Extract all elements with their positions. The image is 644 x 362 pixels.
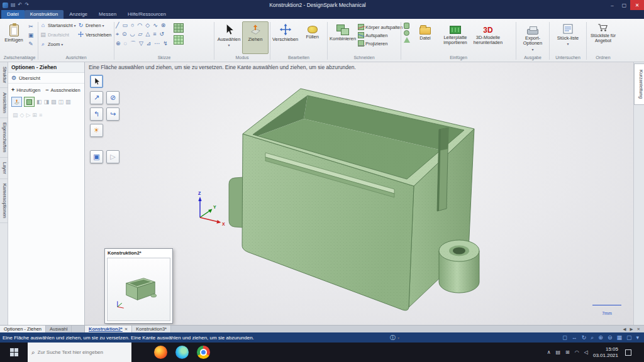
pan-status-icon[interactable]: ↔ — [572, 334, 577, 341]
grid-icon[interactable]: ▦ — [616, 334, 622, 341]
left-mount-lug[interactable] — [229, 177, 243, 228]
tab-anzeige[interactable]: Anzeige — [64, 10, 93, 19]
bom-button[interactable]: Stück-liste ▾ — [551, 21, 585, 54]
cut-icon[interactable]: ✂ — [26, 23, 35, 30]
mount-cylinder[interactable] — [439, 240, 479, 293]
tray-network-icon[interactable]: ◠ — [575, 349, 579, 355]
tab-scroll-left-icon[interactable]: ◀ — [623, 327, 626, 332]
chrome-icon[interactable] — [197, 346, 210, 359]
cursor-tool-button[interactable] — [90, 75, 103, 88]
format-brush-icon[interactable]: ✎ — [26, 40, 35, 48]
add-option[interactable]: + Hinzufügen — [11, 87, 40, 93]
select-mode-button[interactable]: Auswählen ▾ — [216, 21, 242, 54]
sketch-tools-row-2[interactable]: ⌖⊙◡▱△≡↺ — [116, 31, 171, 38]
pull-tool-options-secondary[interactable]: ▤◇▷⊞≡ — [13, 112, 44, 118]
tray-app-icon[interactable]: ▤ — [556, 349, 561, 355]
tray-volume-icon[interactable]: ◁ — [584, 349, 588, 355]
undo-icon[interactable]: ↶ — [18, 3, 23, 8]
corner-pull-tool-button[interactable]: ↰ — [90, 107, 103, 121]
zoom-button[interactable]: ⌕ Zoom ▾ — [40, 41, 76, 48]
info-caret-icon[interactable]: ▾ — [397, 336, 399, 340]
ruler-tool-button[interactable]: ▣ — [90, 150, 103, 163]
minimize-button[interactable]: – — [606, 0, 618, 10]
info-icon[interactable]: ⓘ — [390, 334, 396, 342]
tab-scroll-right-icon[interactable]: ▶ — [630, 327, 633, 332]
firefox-icon[interactable] — [154, 346, 167, 359]
tab-datei[interactable]: Datei — [1, 10, 25, 19]
fill-button[interactable]: Füllen — [299, 21, 326, 54]
sketch-tools-row-1[interactable]: ╱▭○◠◇∿⊗ — [116, 22, 171, 29]
thumbnail-window[interactable]: Konstruktion2* — [104, 248, 173, 324]
maximize-button[interactable]: ▢ — [618, 0, 630, 10]
options-panel-tab[interactable]: Optionen - Ziehen — [0, 326, 46, 332]
sweep-tool-button[interactable]: ↪ — [106, 107, 119, 121]
pull-face-tool-button[interactable] — [24, 97, 35, 107]
cone-icon[interactable] — [404, 37, 410, 43]
selection-panel-tab[interactable]: Auswahl — [46, 326, 72, 332]
bom-quote-button[interactable]: Stückliste für Angebot — [588, 21, 618, 54]
more-options-icon[interactable]: ▾ — [636, 334, 639, 341]
thumbnail-view[interactable] — [107, 258, 170, 321]
tab-hilfe-ressourcen[interactable]: Hilfe/Ressourcen — [122, 10, 172, 19]
pan-button[interactable]: Verschieben — [77, 31, 113, 38]
export-options-button[interactable]: Export-Optionen ▾ — [518, 21, 548, 54]
sketch-grid-button[interactable] — [174, 23, 184, 33]
pull-tool-options[interactable]: ◧◨▨◫▥ — [36, 99, 73, 105]
direction-tool-button[interactable]: ↗ — [90, 91, 103, 104]
overview-row[interactable]: ⚙ Übersicht — [8, 73, 84, 84]
copy-icon[interactable]: ▣ — [26, 31, 35, 39]
cut-option[interactable]: − Ausschneiden — [45, 87, 80, 93]
viewport-3d[interactable]: Eine Fläche auswählen und ziehen, um sie… — [85, 62, 633, 325]
sphere-icon[interactable] — [404, 30, 409, 36]
close-button[interactable]: ✕ — [630, 0, 644, 10]
side-tab-struktur[interactable]: Struktur — [0, 62, 8, 88]
tab-konstruktion[interactable]: Konstruktion — [25, 10, 64, 19]
combine-button[interactable]: Kombinieren — [329, 21, 357, 54]
run-tool-button[interactable]: ▷ — [106, 150, 119, 163]
doc-tab-konstruktion2[interactable]: Konstruktion2* ✕ — [85, 326, 132, 332]
edge-icon[interactable] — [175, 346, 189, 359]
taskbar-clock[interactable]: 15:05 03.01.2021 — [593, 346, 618, 359]
pull-mode-button[interactable]: Ziehen — [242, 21, 269, 54]
download-3d-models-button[interactable]: 3D 3D-Modelle herunterladen — [472, 21, 504, 54]
rotate-status-icon[interactable]: ↻ — [582, 334, 587, 341]
side-tab-eigenschaften[interactable]: Eigenschaften — [0, 118, 8, 158]
tab-messen[interactable]: Messen — [93, 10, 122, 19]
side-tab-layer[interactable]: Layer — [0, 158, 8, 179]
tray-display-icon[interactable]: ⊞ — [565, 349, 570, 355]
split-body-button[interactable]: Körper aufspalten — [358, 24, 402, 30]
taskbar-search[interactable]: ⌕ — [28, 343, 131, 362]
view-cube-icon[interactable]: ◻ — [562, 334, 567, 341]
window-fit-icon[interactable]: ▢ — [626, 334, 632, 341]
split-face-button[interactable]: Aufspalten — [358, 32, 402, 38]
pull-arrow-tool-button[interactable] — [11, 97, 22, 107]
redo-icon[interactable]: ↷ — [25, 3, 29, 8]
notification-center-icon[interactable] — [625, 349, 631, 356]
paste-button[interactable]: Einfügen — [3, 21, 25, 54]
sketch-tools-row-3[interactable]: ⊕◌⌒▽⊿⋯↯ — [116, 40, 171, 47]
home-view-button[interactable]: ⌂ Startansicht ▾ — [40, 22, 76, 28]
sketch-plane-button[interactable] — [174, 35, 184, 45]
start-button[interactable] — [0, 343, 28, 362]
pivot-tool-button[interactable]: ☀ — [90, 124, 103, 137]
tab-kurzanleitung[interactable]: Kurzanleitung — [634, 63, 644, 105]
insert-file-button[interactable]: Datei — [411, 21, 439, 54]
tab-close-all-icon[interactable]: ✕ — [637, 327, 640, 332]
axis-rotate-tool-button[interactable]: ⊘ — [106, 91, 119, 104]
side-tab-ansichten[interactable]: Ansichten — [0, 88, 8, 118]
zoom-status-icon[interactable]: ⌕ — [591, 334, 594, 341]
doc-close-icon[interactable]: ✕ — [125, 327, 128, 332]
tray-chevron-icon[interactable]: ∧ — [547, 349, 551, 355]
import-pcb-button[interactable]: Leiterplatte importieren — [439, 21, 472, 54]
cylinder-icon[interactable] — [404, 23, 409, 29]
zoom-out-icon[interactable]: ⊖ — [608, 334, 613, 341]
side-slot[interactable] — [437, 128, 448, 211]
doc-tab-konstruktion3[interactable]: Konstruktion3* — [132, 326, 171, 332]
rotate-view-button[interactable]: ↻ Drehen ▾ — [77, 22, 113, 28]
zoom-in-icon[interactable]: ⊕ — [598, 334, 603, 341]
side-tab-kameraoptionen[interactable]: Kameraoptionen — [0, 179, 8, 223]
search-input[interactable] — [38, 349, 121, 355]
save-icon[interactable]: ▤ — [11, 3, 16, 8]
top-view-button[interactable]: ▤ Draufsicht — [40, 31, 76, 38]
project-button[interactable]: Projizieren — [358, 40, 402, 47]
